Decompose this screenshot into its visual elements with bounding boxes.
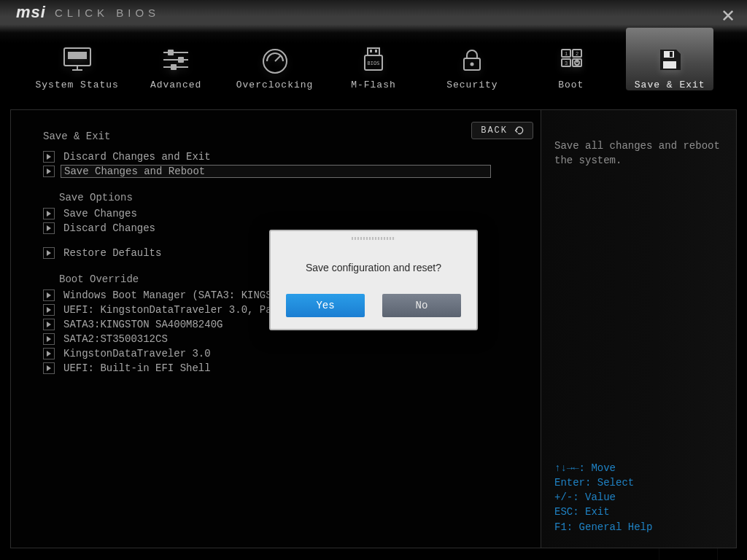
dialog-backdrop: Save configuration and reset? Yes No — [0, 0, 747, 560]
dialog-yes-button[interactable]: Yes — [286, 294, 365, 317]
dialog-no-button[interactable]: No — [382, 294, 461, 317]
dialog-grip-icon[interactable] — [271, 237, 476, 244]
dialog-message: Save configuration and reset? — [271, 244, 476, 294]
confirm-dialog: Save configuration and reset? Yes No — [269, 230, 478, 330]
